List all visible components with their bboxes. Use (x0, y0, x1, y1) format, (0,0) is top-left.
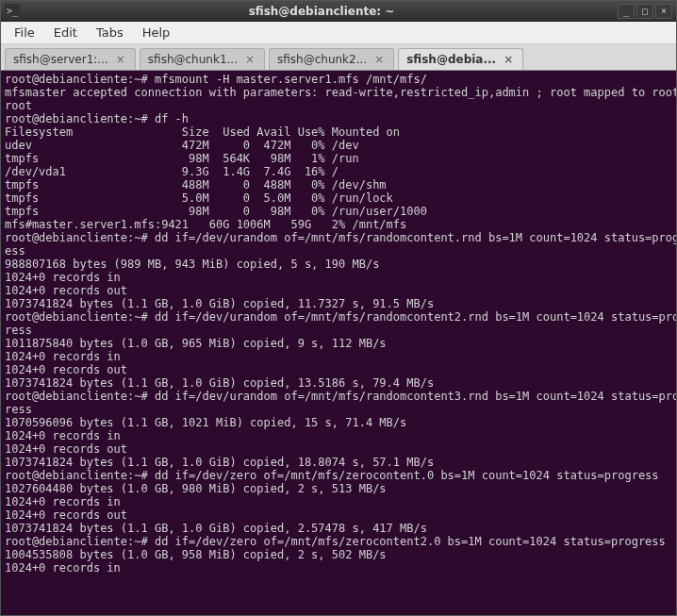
menubar: File Edit Tabs Help (1, 22, 676, 44)
terminal-line: 1024+0 records out (5, 284, 672, 297)
terminal-line: Filesystem Size Used Avail Use% Mounted … (5, 125, 672, 139)
terminal-line: 1073741824 bytes (1.1 GB, 1.0 GiB) copie… (5, 376, 672, 390)
terminal-line: root@debiancliente:~# dd if=/dev/urandom… (5, 231, 672, 244)
terminal-line: mfsmaster accepted connection with param… (5, 86, 672, 99)
menu-edit[interactable]: Edit (44, 23, 87, 42)
app-icon: >_ (5, 4, 20, 19)
terminal-line: root@debiancliente:~# dd if=/dev/zero of… (5, 469, 672, 482)
terminal-line: 1011875840 bytes (1.0 GB, 965 MiB) copie… (5, 337, 672, 350)
terminal-line: 1024+0 records in (5, 495, 672, 508)
window-controls: _ □ × (618, 4, 672, 19)
close-button[interactable]: × (655, 4, 672, 19)
terminal-line: /dev/vda1 9.3G 1.4G 7.4G 16% / (5, 165, 672, 178)
terminal-line: ess (5, 244, 672, 258)
app-window: >_ sfish@debiancliente: ~ _ □ × File Edi… (0, 0, 677, 616)
terminal-line: root@debiancliente:~# dd if=/dev/urandom… (5, 310, 672, 324)
terminal-line: 1024+0 records out (5, 363, 672, 376)
close-icon[interactable]: × (114, 53, 127, 66)
terminal-line: 1024+0 records out (5, 442, 672, 456)
tab-server1[interactable]: sfish@server1:... × (5, 48, 136, 70)
terminal-line: 1073741824 bytes (1.1 GB, 1.0 GiB) copie… (5, 456, 672, 469)
terminal-line: udev 472M 0 472M 0% /dev (5, 139, 672, 152)
tab-label: sfish@chunk1... (148, 53, 238, 66)
close-icon[interactable]: × (243, 53, 256, 66)
terminal-line: root (5, 99, 672, 112)
terminal-output[interactable]: root@debiancliente:~# mfsmount -H master… (1, 71, 676, 615)
terminal-line: 1024+0 records out (5, 508, 672, 522)
terminal-line: root@debiancliente:~# mfsmount -H master… (5, 73, 672, 86)
window-title: sfish@debiancliente: ~ (25, 5, 618, 18)
terminal-line: tmpfs 98M 564K 98M 1% /run (5, 152, 672, 165)
close-icon[interactable]: × (372, 53, 386, 66)
terminal-line: 1024+0 records in (5, 350, 672, 363)
terminal-line: root@debiancliente:~# df -h (5, 112, 672, 125)
terminal-line: ress (5, 403, 672, 416)
terminal-line: tmpfs 98M 0 98M 0% /run/user/1000 (5, 205, 672, 218)
tab-debiancliente[interactable]: sfish@debia... × (398, 48, 523, 70)
tab-chunk1[interactable]: sfish@chunk1... × (140, 48, 265, 70)
terminal-line: mfs#master.server1.mfs:9421 60G 1006M 59… (5, 218, 672, 231)
menu-help[interactable]: Help (133, 23, 180, 42)
terminal-line: 1070596096 bytes (1.1 GB, 1021 MiB) copi… (5, 416, 672, 429)
tabbar: sfish@server1:... × sfish@chunk1... × sf… (1, 44, 676, 71)
terminal-line: 1024+0 records in (5, 429, 672, 442)
terminal-line: tmpfs 488M 0 488M 0% /dev/shm (5, 178, 672, 191)
tab-label: sfish@debia... (406, 53, 496, 66)
terminal-line: 1073741824 bytes (1.1 GB, 1.0 GiB) copie… (5, 522, 672, 535)
minimize-button[interactable]: _ (618, 4, 635, 19)
terminal-line: tmpfs 5.0M 0 5.0M 0% /run/lock (5, 191, 672, 205)
menu-tabs[interactable]: Tabs (87, 23, 133, 42)
terminal-line: 1073741824 bytes (1.1 GB, 1.0 GiB) copie… (5, 297, 672, 310)
titlebar: >_ sfish@debiancliente: ~ _ □ × (1, 1, 676, 22)
maximize-button[interactable]: □ (636, 4, 653, 19)
tab-label: sfish@chunk2... (277, 53, 367, 66)
terminal-line: root@debiancliente:~# dd if=/dev/urandom… (5, 390, 672, 403)
close-icon[interactable]: × (502, 53, 515, 66)
terminal-line: 1024+0 records in (5, 561, 672, 574)
tab-label: sfish@server1:... (13, 53, 108, 66)
tab-chunk2[interactable]: sfish@chunk2... × (269, 48, 394, 70)
terminal-line: ress (5, 324, 672, 337)
terminal-line: 1024+0 records in (5, 271, 672, 284)
menu-file[interactable]: File (5, 23, 44, 42)
terminal-line: 1004535808 bytes (1.0 GB, 958 MiB) copie… (5, 548, 672, 561)
terminal-line: 1027604480 bytes (1.0 GB, 980 MiB) copie… (5, 482, 672, 495)
terminal-line: root@debiancliente:~# dd if=/dev/zero of… (5, 535, 672, 548)
terminal-line: 988807168 bytes (989 MB, 943 MiB) copied… (5, 258, 672, 271)
